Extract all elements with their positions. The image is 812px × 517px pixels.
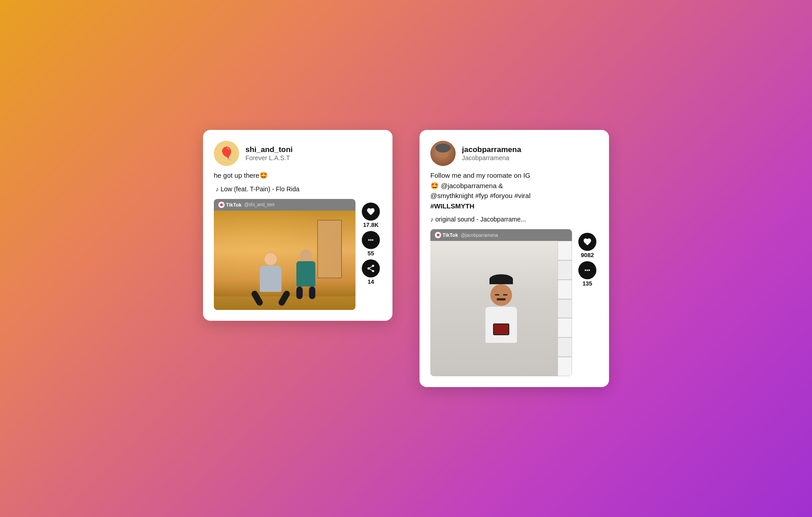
cards-container: 🎈 shi_and_toni Forever L.A.S.T he got up… (203, 130, 609, 387)
tiktok-dot-2 (435, 232, 441, 238)
like-count-1: 17.8K (363, 222, 379, 228)
caption-line1: Follow me and my roomate on IG (430, 171, 598, 181)
comment-icon-2[interactable] (578, 261, 596, 279)
tiktok-handle-2: @jacobparramena (461, 233, 498, 238)
comment-svg-2 (583, 266, 592, 275)
woman-torso (260, 266, 281, 292)
like-button-2[interactable]: 9082 (578, 233, 596, 258)
display-name-2: Jacobparramena (462, 154, 521, 162)
caption-2: Follow me and my roomate on IG 🤩 @jacobp… (430, 171, 598, 211)
caption-line2: 🤩 @jacobparramena & (430, 181, 598, 191)
comment-button-2[interactable]: 135 (578, 261, 596, 287)
username-1[interactable]: shi_and_toni (245, 145, 293, 154)
man-torso (296, 261, 315, 286)
caption-line3: @smythknight #fyp #foryou #viral (430, 191, 598, 201)
figures (254, 249, 315, 306)
user-info-2: jacobparramena Jacobparramena (462, 145, 521, 162)
caption-1: he got up there🤩 (214, 171, 382, 181)
caption-text-1: he got up there🤩 (214, 171, 268, 179)
music-line-2: ♪ original sound - Jacobparrame... (430, 216, 598, 223)
card2-header: jacobparramena Jacobparramena (430, 141, 598, 166)
tiktok-card-2: jacobparramena Jacobparramena Follow me … (420, 130, 609, 387)
eye-right (503, 294, 508, 295)
share-icon-1[interactable] (362, 259, 380, 277)
svg-point-0 (368, 239, 369, 240)
jacob-face (490, 284, 512, 306)
torso (485, 307, 517, 343)
video-scene-2 (430, 241, 572, 376)
music-line-1: ♪ Low (feat. T-Pain) - Flo Rida (214, 185, 382, 193)
jacob-figure (485, 274, 517, 343)
svg-point-5 (589, 269, 590, 271)
share-svg-1 (366, 264, 375, 273)
tile (558, 260, 572, 280)
phone (493, 323, 509, 335)
username-2[interactable]: jacobparramena (462, 145, 521, 154)
comment-svg-1 (366, 235, 375, 245)
avatar-1: 🎈 (214, 141, 239, 166)
music-text-2[interactable]: ♪ original sound - Jacobparrame... (430, 216, 526, 223)
figure-woman (254, 252, 287, 306)
tile (558, 318, 572, 337)
tiktok-header-2: TikTok @jacobparramena (430, 229, 572, 241)
woman-legs (254, 290, 287, 306)
man-head (300, 249, 312, 261)
like-count-2: 9082 (581, 252, 594, 258)
tiktok-dot-1 (218, 202, 225, 208)
woman-head (264, 252, 277, 266)
eye-left (495, 294, 499, 295)
tiktok-logo-2: TikTok (435, 232, 458, 238)
tiktok-logo-1: TikTok (218, 202, 241, 208)
video-thumb-2[interactable]: TikTok @jacobparramena (430, 229, 572, 376)
avatar-2 (430, 141, 456, 166)
man-leg-right (309, 286, 315, 299)
tile (558, 337, 572, 357)
figure-man (296, 249, 315, 299)
action-buttons-1: 17.8K 55 (360, 199, 382, 285)
user-info-1: shi_and_toni Forever L.A.S.T (245, 145, 293, 162)
action-buttons-2: 9082 135 (577, 229, 598, 287)
comment-button-1[interactable]: 55 (362, 231, 380, 257)
like-button-1[interactable]: 17.8K (362, 203, 380, 228)
share-count-1: 14 (368, 278, 374, 285)
jacob-hair (435, 143, 451, 152)
heart-svg-1 (366, 207, 375, 216)
video-scene-1 (214, 211, 355, 310)
svg-point-2 (372, 239, 374, 240)
svg-point-4 (586, 269, 588, 271)
tiktok-handle-1: @shi_and_toni (244, 202, 274, 207)
comment-count-1: 55 (368, 250, 374, 257)
tile (558, 241, 572, 260)
svg-point-3 (585, 269, 586, 271)
caption-line4: #WILLSMYTH (430, 201, 598, 212)
comment-count-2: 135 (582, 280, 592, 287)
svg-point-1 (370, 239, 371, 240)
tile (558, 280, 572, 299)
facial-hair (497, 298, 506, 300)
share-button-1[interactable]: 14 (362, 259, 380, 285)
video-thumb-1[interactable]: TikTok @shi_and_toni (214, 199, 355, 310)
music-text-1[interactable]: ♪ Low (feat. T-Pain) - Flo Rida (216, 185, 300, 193)
comment-icon-1[interactable] (362, 231, 380, 249)
heart-icon-2[interactable] (578, 233, 596, 251)
bathroom-tiles (558, 241, 572, 376)
tile (558, 357, 572, 376)
tile (558, 299, 572, 319)
video-area-2: TikTok @jacobparramena (430, 229, 598, 376)
tiktok-header-1: TikTok @shi_and_toni (214, 199, 355, 211)
video-area-1: TikTok @shi_and_toni (214, 199, 382, 310)
tiktok-card-1: 🎈 shi_and_toni Forever L.A.S.T he got up… (203, 130, 392, 321)
man-legs (296, 286, 315, 299)
leg-right (277, 289, 291, 306)
man-leg-left (296, 286, 303, 299)
card1-header: 🎈 shi_and_toni Forever L.A.S.T (214, 141, 382, 166)
display-name-1: Forever L.A.S.T (245, 154, 293, 162)
heart-svg-2 (583, 237, 592, 246)
shower-cap (489, 274, 513, 284)
heart-icon-1[interactable] (362, 203, 380, 221)
